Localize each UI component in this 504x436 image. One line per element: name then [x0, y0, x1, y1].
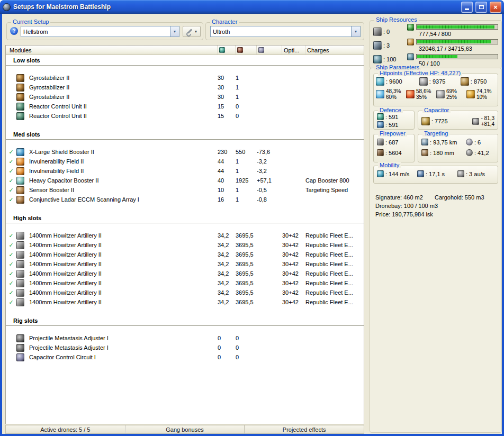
artillery-icon — [16, 260, 24, 268]
status-bar: Active drones: 5 / 5 Gang bonuses Projec… — [5, 425, 364, 434]
module-list-header[interactable]: Modules Opti... Charges — [6, 46, 364, 55]
fitted-check-icon: ✓ — [6, 251, 16, 258]
fitted-check-icon: ✓ — [6, 270, 16, 277]
setup-tools-button[interactable]: ▼ — [183, 26, 201, 37]
module-row[interactable]: ✓1400mm Howitzer Artillery II34,23695,53… — [6, 269, 364, 278]
ship-resources-group: Ship Resources : 0 : 3 : 100 — [370, 20, 502, 69]
module-name: 1400mm Howitzer Artillery II — [27, 232, 218, 239]
explosive-shield-resist: 74,1% — [476, 88, 491, 94]
fitted-check-icon: ✓ — [6, 280, 16, 287]
max-targets-icon — [466, 139, 473, 146]
calibration-icon — [407, 53, 414, 60]
module-cpu: 34,2 — [218, 299, 236, 305]
volley-value: : 5604 — [385, 150, 402, 156]
help-icon[interactable]: ? — [10, 27, 18, 35]
title-bar[interactable]: Setups for Maelstrom Battleship × — [0, 0, 504, 14]
dps-icon — [377, 139, 384, 146]
capacitor-icon — [421, 117, 430, 125]
module-list: Modules Opti... Charges Low slotsGyrosta… — [5, 45, 364, 424]
module-cpu: 15 — [218, 113, 236, 119]
module-row[interactable]: Reactor Control Unit II150 — [6, 102, 364, 111]
fitted-check-icon: ✓ — [6, 168, 16, 175]
module-cap: -3,2 — [257, 158, 282, 165]
module-row[interactable]: ✓Conjunctive Ladar ECCM Scanning Array I… — [6, 195, 364, 204]
module-row[interactable]: ✓X-Large Shield Booster II230550-73,6 — [6, 147, 364, 157]
modules-column-header[interactable]: Modules — [6, 46, 218, 54]
shield-recharge-value: : 591 — [385, 122, 398, 128]
setup-select[interactable]: Hellstrom ▼ — [21, 26, 179, 37]
module-row[interactable]: Projectile Metastasis Adjuster I00 — [6, 333, 364, 343]
module-row[interactable]: Projectile Metastasis Adjuster I00 — [6, 343, 364, 352]
module-row[interactable]: ✓1400mm Howitzer Artillery II34,23695,53… — [6, 240, 364, 250]
module-name: 1400mm Howitzer Artillery II — [27, 289, 218, 296]
character-dropdown-arrow-icon[interactable]: ▼ — [351, 26, 360, 37]
module-charges: Targeting Speed — [305, 187, 364, 193]
module-row[interactable]: Gyrostabilizer II301 — [6, 83, 364, 92]
cpu-column-header[interactable] — [218, 46, 236, 54]
module-name: 1400mm Howitzer Artillery II — [27, 270, 218, 277]
sensor-strength-icon — [466, 149, 473, 156]
module-row[interactable]: ✓1400mm Howitzer Artillery II34,23695,53… — [6, 259, 364, 269]
sensor-strength-value: : 41,2 — [474, 150, 489, 156]
setup-dropdown-arrow-icon[interactable]: ▼ — [170, 26, 179, 37]
module-section-title: Low slots — [6, 55, 364, 66]
active-drones-tab[interactable]: Active drones: 5 / 5 — [6, 425, 125, 433]
powergrid-column-header[interactable] — [236, 46, 257, 54]
module-row[interactable]: ✓Invulnerability Field II441-3,2 — [6, 166, 364, 176]
module-row[interactable]: ✓Heavy Capacitor Booster II401925+57,1Ca… — [6, 176, 364, 185]
capacitor-drain-value: - 81,3 — [481, 115, 494, 121]
fitted-check-icon: ✓ — [6, 289, 16, 296]
max-velocity-stat: : 144 m/s — [377, 170, 415, 177]
window-body: Current Setup ? Hellstrom ▼ ▼ Character … — [2, 14, 502, 434]
volley-icon — [377, 149, 384, 156]
capacitor-column-header[interactable] — [257, 46, 282, 54]
volley-stat: : 5604 — [377, 149, 412, 156]
app-window: Setups for Maelstrom Battleship × Curren… — [0, 0, 504, 436]
capacitor-amount-stat: : 7725 — [421, 117, 469, 125]
module-opti: 30+42 — [282, 299, 305, 305]
fitted-check-icon: ✓ — [6, 196, 16, 203]
module-pg: 1 — [236, 187, 257, 193]
module-cpu: 30 — [218, 84, 236, 90]
optimal-column-header[interactable]: Opti... — [282, 46, 305, 54]
module-pg: 3695,5 — [236, 261, 257, 267]
character-select[interactable]: Ultroth ▼ — [210, 26, 361, 37]
module-row[interactable]: Capacitor Control Circuit I00 — [6, 352, 364, 362]
module-row[interactable]: ✓1400mm Howitzer Artillery II34,23695,53… — [6, 250, 364, 259]
module-opti: 30+42 — [282, 251, 305, 258]
mobility-label: Mobility — [378, 162, 401, 168]
module-row[interactable]: ✓1400mm Howitzer Artillery II34,23695,53… — [6, 278, 364, 288]
module-charges: Republic Fleet E... — [305, 251, 364, 258]
module-charges: Republic Fleet E... — [305, 232, 364, 239]
mobility-box: Mobility : 144 m/s : 17,1 s : 3 au/s — [373, 166, 498, 184]
module-row[interactable]: Reactor Control Unit II150 — [6, 111, 364, 121]
module-cpu: 44 — [218, 168, 236, 174]
charges-column-header[interactable]: Charges — [305, 46, 364, 54]
sensor-strength-stat: : 41,2 — [466, 149, 496, 156]
module-pg: 3695,5 — [236, 280, 257, 286]
gang-bonuses-tab[interactable]: Gang bonuses — [125, 425, 245, 433]
minimize-button[interactable] — [461, 2, 473, 13]
capacitor-column-icon — [258, 47, 264, 53]
close-button[interactable]: × — [490, 2, 501, 13]
shield-boost-value: : 591 — [385, 114, 398, 120]
module-row[interactable]: ✓1400mm Howitzer Artillery II34,23695,53… — [6, 297, 364, 307]
module-name: Projectile Metastasis Adjuster I — [27, 335, 218, 341]
module-row[interactable]: Gyrostabilizer II301 — [6, 92, 364, 102]
rig-projectile-icon — [16, 344, 24, 352]
module-row[interactable]: Gyrostabilizer II301 — [6, 73, 364, 83]
resource-bars-block: 777,54 / 800 32046,17 / 34715,63 50 / 10… — [407, 23, 498, 68]
module-row[interactable]: ✓Sensor Booster II101-0,5Targeting Speed — [6, 185, 364, 195]
module-row[interactable]: ✓Invulnerability Field II441-3,2 — [6, 157, 364, 166]
gyrostabilizer-icon — [16, 84, 24, 92]
projected-effects-tab[interactable]: Projected effects — [245, 425, 364, 433]
module-row[interactable]: ✓1400mm Howitzer Artillery II34,23695,53… — [6, 288, 364, 297]
armor-hp-value: : 9375 — [429, 78, 446, 85]
cpu-icon — [407, 24, 414, 31]
module-charges: Cap Booster 800 — [305, 177, 364, 184]
dps-value: : 687 — [385, 139, 398, 146]
module-name: Capacitor Control Circuit I — [27, 354, 218, 360]
module-cpu: 40 — [218, 177, 236, 184]
maximize-button[interactable] — [475, 2, 487, 13]
module-row[interactable]: ✓1400mm Howitzer Artillery II34,23695,53… — [6, 231, 364, 240]
